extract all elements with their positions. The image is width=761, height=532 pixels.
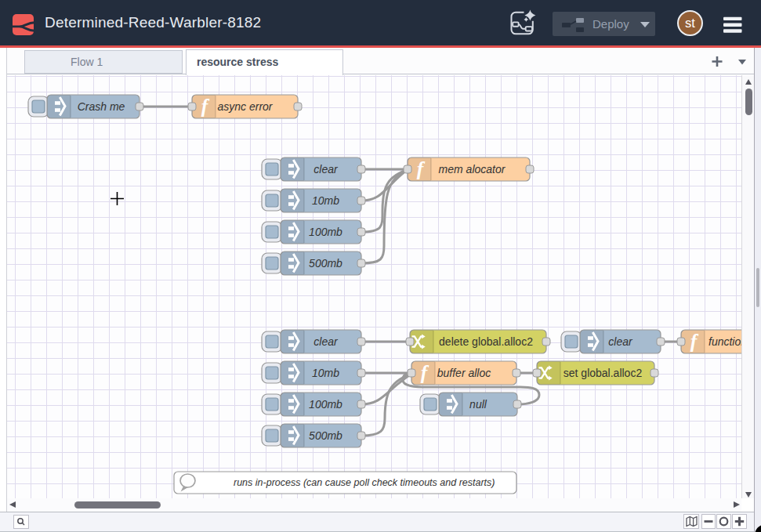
svg-text:10mb: 10mb: [312, 194, 339, 207]
svg-text:500mb: 500mb: [309, 429, 342, 442]
svg-text:function 1: function 1: [708, 335, 741, 348]
svg-text:null: null: [469, 398, 487, 411]
svg-text:Crash me: Crash me: [78, 100, 125, 113]
svg-text:buffer alloc: buffer alloc: [437, 367, 491, 379]
svg-text:delete global.alloc2: delete global.alloc2: [439, 335, 533, 348]
svg-text:runs in-process (can cause pol: runs in-process (can cause poll check ti…: [234, 477, 495, 488]
svg-text:10mb: 10mb: [312, 367, 339, 379]
svg-text:set global.alloc2: set global.alloc2: [564, 367, 643, 379]
svg-text:clear: clear: [313, 335, 339, 348]
svg-text:clear: clear: [313, 163, 339, 176]
svg-text:clear: clear: [608, 335, 633, 348]
svg-text:100mb: 100mb: [309, 398, 342, 411]
svg-text:mem alocator: mem alocator: [439, 163, 506, 176]
svg-text:async error: async error: [217, 100, 273, 113]
svg-text:500mb: 500mb: [309, 257, 342, 270]
svg-text:100mb: 100mb: [309, 226, 342, 238]
